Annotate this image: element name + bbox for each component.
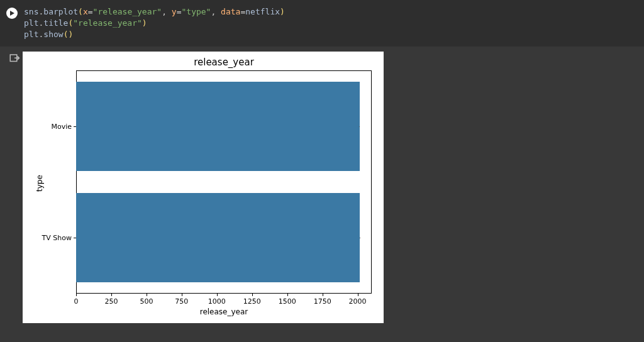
x-tick-mark — [147, 294, 147, 296]
y-tick-label: TV Show — [42, 234, 72, 242]
code-token: , — [162, 7, 172, 16]
output-gutter — [6, 52, 23, 64]
code-editor[interactable]: sns.barplot(x="release_year", y="type", … — [24, 6, 285, 40]
x-axis-label: release_year — [76, 307, 372, 316]
x-tick-label: 1750 — [314, 297, 331, 306]
x-tick-mark — [323, 294, 323, 296]
code-token: "type" — [181, 7, 211, 16]
code-token: sns — [24, 7, 38, 16]
bar — [76, 193, 360, 282]
code-token: ) — [280, 7, 285, 16]
x-tick-label: 1250 — [243, 297, 261, 306]
error-bar — [360, 238, 360, 238]
code-token: show — [43, 30, 63, 39]
chart-title: release_year — [76, 57, 372, 68]
x-tick-label: 250 — [104, 297, 118, 306]
code-token: "release_year" — [93, 7, 162, 16]
code-token: plt — [24, 30, 38, 39]
bar — [76, 82, 360, 171]
code-cell: sns.barplot(x="release_year", y="type", … — [0, 0, 644, 47]
x-tick-label: 500 — [140, 297, 153, 306]
code-token: ( — [78, 7, 83, 16]
error-bar — [359, 126, 360, 127]
x-tick-label: 1500 — [279, 297, 296, 306]
notebook: sns.barplot(x="release_year", y="type", … — [0, 0, 644, 342]
play-icon — [9, 10, 15, 16]
x-tick-label: 1000 — [208, 297, 226, 306]
code-token: = — [88, 7, 93, 16]
x-tick-mark — [287, 294, 288, 296]
x-tick-label: 750 — [175, 297, 188, 306]
code-token: , — [211, 7, 221, 16]
code-token: title — [43, 18, 68, 28]
code-token: ) — [142, 18, 147, 28]
run-button[interactable] — [6, 8, 18, 19]
code-token: y — [172, 7, 177, 16]
x-tick-mark — [111, 294, 112, 296]
x-tick-mark — [252, 294, 253, 296]
output-row: release_year type release_year 025050075… — [0, 47, 644, 323]
x-tick-mark — [217, 294, 218, 296]
x-tick-mark — [358, 294, 358, 296]
code-token: data — [221, 7, 240, 16]
x-tick-label: 0 — [74, 297, 79, 306]
chart-figure: release_year type release_year 025050075… — [23, 52, 384, 323]
code-token: ) — [68, 30, 73, 39]
code-token: plt — [24, 18, 38, 28]
x-tick-label: 2000 — [349, 297, 367, 306]
output-icon — [9, 53, 20, 64]
y-axis-label: type — [35, 175, 44, 192]
code-token: "release_year" — [73, 18, 142, 28]
x-tick-mark — [76, 294, 77, 296]
code-token: netflix — [245, 7, 280, 16]
y-tick-label: Movie — [42, 122, 72, 130]
x-tick-mark — [182, 294, 182, 296]
svg-marker-0 — [10, 11, 14, 16]
code-token: barplot — [43, 7, 78, 16]
code-token: x — [83, 7, 88, 16]
cell-gutter — [6, 8, 18, 19]
